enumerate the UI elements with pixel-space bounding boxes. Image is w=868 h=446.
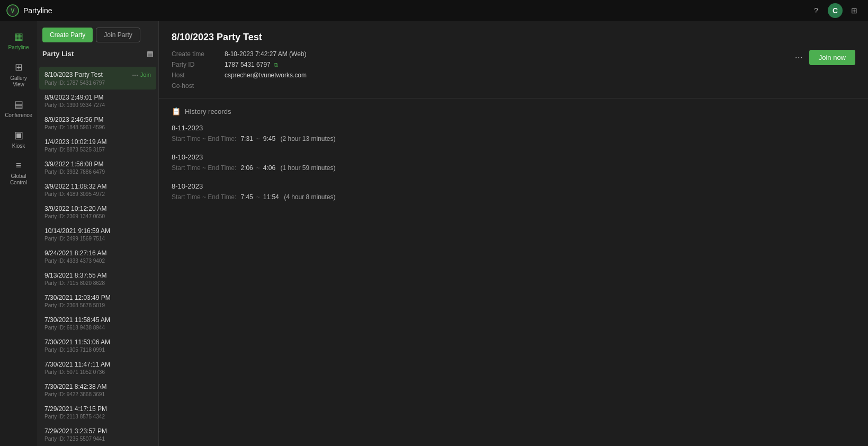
join-party-button[interactable]: Join Party bbox=[96, 28, 140, 42]
party-name: 8/9/2023 2:49:01 PM bbox=[44, 94, 103, 101]
apps-grid-icon[interactable]: ⊞ bbox=[847, 3, 862, 18]
history-header: 📋 History records bbox=[172, 107, 855, 115]
party-list-item[interactable]: 7/30/2021 11:47:11 AM Party ID: 5071 105… bbox=[39, 357, 156, 379]
svg-text:V: V bbox=[11, 7, 15, 14]
party-list-item[interactable]: 7/29/2021 4:17:15 PM Party ID: 2113 8575… bbox=[39, 402, 156, 423]
party-id: Party ID: 8873 5325 3157 bbox=[44, 147, 151, 153]
party-name: 9/13/2021 8:37:55 AM bbox=[44, 272, 106, 279]
party-name: 7/30/2021 8:42:38 AM bbox=[44, 383, 106, 390]
detail-body: 📋 History records 8-11-2023 Start Time ~… bbox=[159, 99, 868, 446]
create-party-button[interactable]: Create Party bbox=[42, 28, 93, 42]
party-id-label: Party ID bbox=[172, 61, 225, 68]
host-value: csprecher@tvunetworks.com bbox=[225, 72, 855, 79]
cohost-value bbox=[225, 82, 855, 90]
party-list-item[interactable]: 9/13/2021 8:37:55 AM Party ID: 7115 8020… bbox=[39, 268, 156, 290]
party-panel: Create Party Join Party Party List ▤ 8/1… bbox=[37, 21, 159, 446]
sidebar-item-label: Conference bbox=[5, 112, 32, 119]
history-date: 8-10-2023 bbox=[172, 153, 855, 161]
create-time-label: Create time bbox=[172, 50, 225, 58]
party-id: Party ID: 7235 5507 9441 bbox=[44, 436, 151, 442]
sidebar-item-kiosk[interactable]: ▣ Kiosk bbox=[2, 125, 35, 154]
history-times: Start Time ~ End Time: 2:06 ~ 4:06 (1 ho… bbox=[172, 164, 855, 172]
party-list-menu-icon[interactable]: ▤ bbox=[147, 50, 153, 58]
party-list-item[interactable]: 8/9/2023 2:46:56 PM Party ID: 1848 5961 … bbox=[39, 112, 156, 134]
party-name: 7/29/2021 3:23:57 PM bbox=[44, 427, 107, 435]
party-list-item[interactable]: 8/9/2023 2:49:01 PM Party ID: 1390 9334 … bbox=[39, 90, 156, 112]
party-join-button[interactable]: Join bbox=[140, 72, 151, 78]
conference-icon: ▤ bbox=[14, 99, 23, 110]
party-list-item[interactable]: 7/30/2021 12:03:49 PM Party ID: 2368 567… bbox=[39, 290, 156, 312]
party-list-item[interactable]: 7/29/2021 3:23:57 PM Party ID: 7235 5507… bbox=[39, 424, 156, 445]
duration: (2 hour 13 minutes) bbox=[279, 135, 335, 142]
party-name: 7/30/2021 11:53:06 AM bbox=[44, 338, 110, 346]
party-list-item[interactable]: 7/30/2021 11:58:45 AM Party ID: 6618 943… bbox=[39, 313, 156, 334]
party-id: Party ID: 1848 5961 4596 bbox=[44, 124, 151, 130]
start-time: 7:45 bbox=[240, 193, 253, 201]
sidebar-item-label: Gallery View bbox=[5, 75, 32, 88]
time-arrow: ~ bbox=[256, 164, 260, 172]
time-range-label: Start Time ~ End Time: bbox=[172, 135, 236, 142]
party-name: 8/9/2023 2:46:56 PM bbox=[44, 116, 103, 123]
party-id: Party ID: 1305 7118 0991 bbox=[44, 347, 151, 353]
party-id: Party ID: 2368 5678 5019 bbox=[44, 302, 151, 308]
party-list-title-row: Party List ▤ bbox=[42, 48, 153, 60]
duration: (4 hour 8 minutes) bbox=[282, 193, 336, 201]
topbar-left: V Partyline bbox=[6, 4, 52, 17]
party-list-item[interactable]: 3/9/2022 10:12:20 AM Party ID: 2369 1347… bbox=[39, 201, 156, 223]
history-date: 8-10-2023 bbox=[172, 182, 855, 190]
time-arrow: ~ bbox=[256, 193, 260, 201]
app-logo: V bbox=[6, 4, 19, 17]
detail-meta: Create time 8-10-2023 7:42:27 AM (Web) P… bbox=[172, 50, 855, 90]
start-time: 2:06 bbox=[240, 164, 253, 172]
party-list-item[interactable]: 7/30/2021 11:53:06 AM Party ID: 1305 711… bbox=[39, 335, 156, 356]
sidebar-item-label: Kiosk bbox=[12, 143, 25, 149]
party-name: 3/9/2022 10:12:20 AM bbox=[44, 205, 106, 212]
party-list-item[interactable]: 3/9/2022 1:56:08 PM Party ID: 3932 7886 … bbox=[39, 157, 156, 179]
topbar: V Partyline ? C ⊞ bbox=[0, 0, 868, 21]
sidebar-item-gallery-view[interactable]: ⊞ Gallery View bbox=[2, 57, 35, 92]
party-name: 7/30/2021 11:47:11 AM bbox=[44, 361, 110, 368]
party-list-item[interactable]: 3/9/2022 11:08:32 AM Party ID: 4189 3095… bbox=[39, 179, 156, 201]
partyline-icon: ▦ bbox=[14, 31, 23, 42]
topbar-right: ? C ⊞ bbox=[809, 3, 862, 18]
party-name: 7/30/2021 11:58:45 AM bbox=[44, 316, 110, 324]
party-list[interactable]: 8/10/2023 Party Test ··· Join Party ID: … bbox=[37, 64, 158, 446]
user-avatar[interactable]: C bbox=[828, 3, 843, 18]
party-id: Party ID: 4189 3095 4972 bbox=[44, 191, 151, 197]
party-id: Party ID: 1787 5431 6797 bbox=[44, 80, 151, 86]
create-time-value: 8-10-2023 7:42:27 AM (Web) bbox=[225, 50, 855, 58]
party-name: 3/9/2022 11:08:32 AM bbox=[44, 183, 106, 190]
party-list-item[interactable]: 10/14/2021 9:16:59 AM Party ID: 2499 156… bbox=[39, 224, 156, 245]
party-list-item[interactable]: 8/10/2023 Party Test ··· Join Party ID: … bbox=[39, 67, 156, 90]
history-times: Start Time ~ End Time: 7:45 ~ 11:54 (4 h… bbox=[172, 193, 855, 201]
gallery-view-icon: ⊞ bbox=[15, 61, 23, 73]
sidebar-item-partyline[interactable]: ▦ Partyline bbox=[2, 26, 35, 55]
history-date: 8-11-2023 bbox=[172, 124, 855, 132]
party-more-icon[interactable]: ··· bbox=[132, 70, 138, 79]
sidebar-item-conference[interactable]: ▤ Conference bbox=[2, 94, 35, 123]
party-list-item[interactable]: 7/30/2021 8:42:38 AM Party ID: 9422 3868… bbox=[39, 379, 156, 401]
party-id: Party ID: 9422 3868 3691 bbox=[44, 391, 151, 397]
party-panel-header: Create Party Join Party Party List ▤ bbox=[37, 21, 158, 64]
help-icon[interactable]: ? bbox=[809, 3, 824, 18]
join-now-button[interactable]: Join now bbox=[809, 50, 855, 65]
cohost-label: Co-host bbox=[172, 82, 225, 90]
detail-header: 8/10/2023 Party Test Create time 8-10-20… bbox=[159, 21, 868, 99]
party-name: 8/10/2023 Party Test bbox=[44, 71, 103, 78]
more-options-button[interactable]: ··· bbox=[795, 52, 803, 63]
sidebar-item-label: Global Control bbox=[5, 173, 32, 186]
party-id: Party ID: 2499 1569 7514 bbox=[44, 236, 151, 242]
party-name: 3/9/2022 1:56:08 PM bbox=[44, 160, 103, 168]
copy-party-id-icon[interactable]: ⧉ bbox=[274, 61, 278, 68]
party-id: Party ID: 1390 9334 7274 bbox=[44, 102, 151, 108]
party-name: 7/29/2021 4:17:15 PM bbox=[44, 405, 107, 413]
sidebar: ▦ Partyline ⊞ Gallery View ▤ Conference … bbox=[0, 21, 37, 446]
time-arrow: ~ bbox=[256, 135, 260, 142]
party-id: Party ID: 6618 9438 8944 bbox=[44, 325, 151, 331]
party-list-item[interactable]: 9/24/2021 8:27:16 AM Party ID: 4333 4373… bbox=[39, 246, 156, 267]
sidebar-item-global-control[interactable]: ≡ Global Control bbox=[2, 156, 35, 190]
party-id: Party ID: 4333 4373 9402 bbox=[44, 258, 151, 264]
party-list-item[interactable]: 1/4/2023 10:02:19 AM Party ID: 8873 5325… bbox=[39, 135, 156, 156]
history-icon: 📋 bbox=[172, 107, 181, 115]
main-area: ▦ Partyline ⊞ Gallery View ▤ Conference … bbox=[0, 21, 868, 446]
